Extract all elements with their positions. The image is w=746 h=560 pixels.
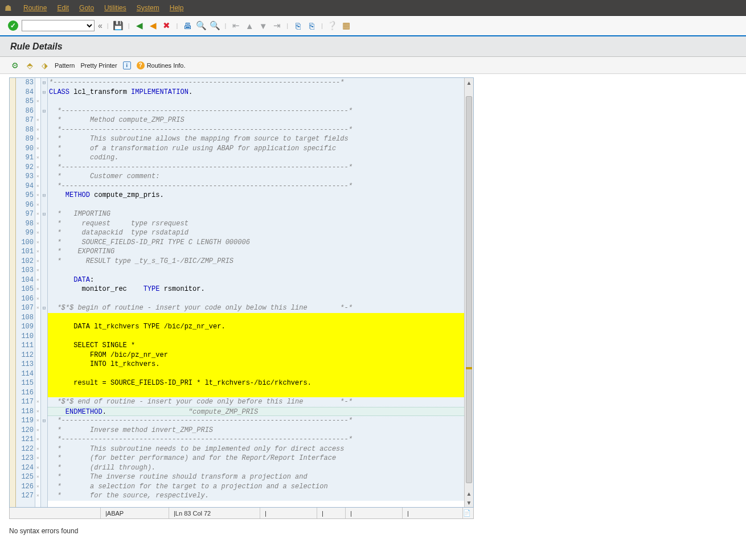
question-icon[interactable]: ? (137, 61, 145, 69)
layout-icon[interactable]: ▦ (341, 20, 351, 31)
ok-icon[interactable]: ✓ (8, 20, 18, 31)
find-icon[interactable]: 🔍 (196, 20, 206, 31)
change-marker-column: ✕✕✕✕✕✕✕✕✕✕✕✕✕✕✕✕✕✕✕✕✕✕✕✕✕✕✕✕✕✕✕✕✕ (35, 78, 41, 507)
shortcut-icon[interactable]: ⎘ (306, 20, 317, 31)
pretty-printer-button[interactable]: Pretty Printer (80, 62, 117, 69)
print-icon[interactable]: 🖶 (182, 20, 192, 31)
cancel-icon[interactable]: ✖ (162, 20, 172, 31)
system-menu-icon[interactable]: ☗ (5, 3, 12, 13)
next-page-icon: ▼ (258, 20, 268, 31)
pattern-button[interactable]: Pattern (55, 62, 75, 69)
save-icon[interactable]: 💾 (113, 20, 124, 31)
new-session-icon[interactable]: ⎘ (293, 20, 303, 31)
vertical-scrollbar[interactable]: ▲ ▲ ▼ (464, 78, 473, 507)
page-title: Rule Details (10, 42, 63, 52)
main-toolbar: ✓ « | 💾 | ◀ ◀ ✖ | 🖶 🔍 🔍 | ⇤ ▲ ▼ ⇥ | ⎘ ⎘ … (0, 16, 746, 36)
check-icon[interactable]: ⚙ (10, 61, 19, 70)
back-icon[interactable]: ◀ (134, 20, 145, 31)
menu-utilities[interactable]: Utilities (104, 4, 126, 12)
help-icon[interactable]: ❔ (327, 20, 338, 31)
code-editor[interactable]: 8384858687888990919293949596979899100101… (9, 77, 474, 508)
scrollbar-thumb[interactable] (466, 96, 472, 483)
find-next-icon[interactable]: 🔍 (210, 20, 220, 31)
sub-toolbar: ⚙ ⬘ ⬗ Pattern Pretty Printer i ?Routines… (0, 57, 746, 74)
breakpoint-set-icon[interactable]: ⬘ (25, 61, 34, 70)
scroll-marker (466, 367, 472, 369)
exit-icon[interactable]: ◀ (148, 20, 158, 31)
scroll-down-up-icon[interactable]: ▲ (465, 489, 473, 498)
routines-info-button[interactable]: Routines Info. (147, 62, 186, 69)
note-icon[interactable]: 📄 (463, 509, 471, 517)
chevron-left-icon[interactable]: « (98, 21, 103, 30)
cursor-position: Ln 83 Col 72 (175, 510, 211, 517)
editor-status-bar: | ABAP | Ln 83 Col 72 | | | | 📄 (9, 508, 474, 519)
info-icon[interactable]: i (123, 61, 131, 69)
prev-page-icon: ▲ (244, 20, 255, 31)
language-indicator: ABAP (107, 510, 124, 517)
menu-goto[interactable]: Goto (79, 4, 94, 12)
last-page-icon: ⇥ (272, 20, 282, 31)
editor-rail (10, 78, 16, 507)
fold-column[interactable]: ⊟⊟⊟⊟⊟⊟⊟ (41, 78, 48, 507)
menu-help[interactable]: Help (170, 4, 184, 12)
first-page-icon: ⇤ (231, 20, 241, 31)
menu-routine[interactable]: Routine (23, 4, 47, 12)
menu-system[interactable]: System (137, 4, 159, 12)
breakpoint-del-icon[interactable]: ⬗ (40, 61, 49, 70)
scroll-up-icon[interactable]: ▲ (465, 78, 473, 87)
title-bar: Rule Details (0, 36, 746, 57)
code-area[interactable]: *---------------------------------------… (48, 78, 464, 507)
command-field[interactable] (22, 20, 95, 31)
line-number-gutter: 8384858687888990919293949596979899100101… (16, 78, 35, 507)
menu-edit[interactable]: Edit (57, 4, 69, 12)
scroll-down-icon[interactable]: ▼ (465, 498, 473, 507)
menu-bar: ☗ Routine Edit Goto Utilities System Hel… (0, 0, 746, 16)
